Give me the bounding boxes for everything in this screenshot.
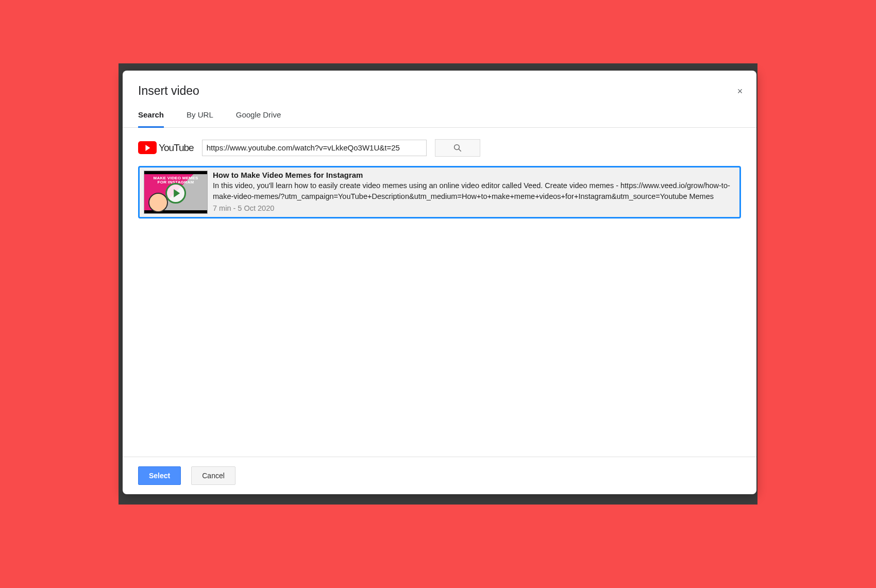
search-icon [453,143,462,153]
youtube-icon [138,141,157,154]
dialog-header: Insert video × [123,71,756,110]
youtube-logo: YouTube [138,141,194,154]
video-thumbnail: MAKE VIDEO MEMES FOR INSTAGRAM [144,171,208,214]
select-button[interactable]: Select [138,466,181,485]
tab-google-drive[interactable]: Google Drive [236,110,281,128]
dialog-tabs: Search By URL Google Drive [123,110,756,128]
video-description: In this video, you'll learn how to easil… [213,180,735,203]
tab-by-url[interactable]: By URL [187,110,213,128]
search-input[interactable] [202,140,427,156]
svg-point-0 [454,144,459,149]
video-result[interactable]: MAKE VIDEO MEMES FOR INSTAGRAM How to Ma… [138,166,741,219]
search-row: YouTube [123,128,756,166]
youtube-wordmark: YouTube [159,142,194,154]
search-button[interactable] [435,139,480,157]
insert-video-dialog: Insert video × Search By URL Google Driv… [123,71,756,494]
video-title: How to Make Video Memes for Instagram [213,171,735,179]
video-meta: 7 min - 5 Oct 2020 [213,204,274,212]
cancel-button[interactable]: Cancel [191,466,235,485]
tab-search[interactable]: Search [138,110,164,128]
dialog-footer: Select Cancel [123,457,756,494]
svg-line-1 [459,149,461,152]
dialog-title: Insert video [138,84,741,98]
play-icon [165,183,186,204]
video-result-body: How to Make Video Memes for Instagram In… [213,171,735,213]
search-results: MAKE VIDEO MEMES FOR INSTAGRAM How to Ma… [123,166,756,457]
screenshot-frame: Insert video × Search By URL Google Driv… [98,63,778,525]
close-icon[interactable]: × [735,86,745,96]
thumbnail-person [148,193,168,212]
